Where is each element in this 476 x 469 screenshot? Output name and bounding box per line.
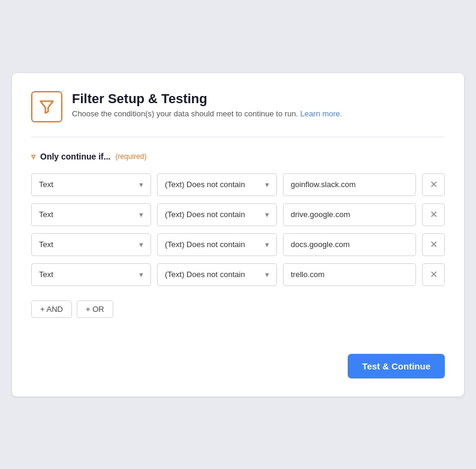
field-dropdown[interactable]: Text ▼ [31,173,151,196]
page-description: Choose the condition(s) your data should… [72,109,342,118]
condition-dropdown[interactable]: (Text) Does not contain ▼ [157,233,277,256]
field-value: Text [32,175,75,194]
required-badge: (required) [115,152,146,161]
condition-value: (Text) Does not contain [158,175,267,194]
header: Filter Setup & Testing Choose the condit… [31,91,445,122]
filter-row: Text ▼ (Text) Does not contain ▼ ✕ [31,203,445,226]
filter-row: Text ▼ (Text) Does not contain ▼ ✕ [31,233,445,256]
value-input[interactable] [283,233,416,256]
value-input[interactable] [283,263,416,286]
value-input[interactable] [283,203,416,226]
filter-setup-card: Filter Setup & Testing Choose the condit… [12,73,464,396]
condition-dropdown[interactable]: (Text) Does not contain ▼ [157,263,277,286]
page-title: Filter Setup & Testing [72,91,342,107]
add-or-button[interactable]: + OR [77,300,113,318]
field-value: Text [32,205,75,224]
section-label: ▿ Only continue if... (required) [31,152,445,161]
field-value: Text [32,265,75,284]
chevron-down-icon: ▼ [138,271,144,278]
chevron-down-icon: ▼ [138,181,144,188]
remove-filter-button[interactable]: ✕ [422,173,445,196]
filter-icon [38,98,55,115]
field-dropdown[interactable]: Text ▼ [31,263,151,286]
divider [31,137,445,137]
filter-row: Text ▼ (Text) Does not contain ▼ ✕ [31,263,445,286]
chevron-down-icon: ▼ [138,211,144,218]
field-dropdown[interactable]: Text ▼ [31,233,151,256]
condition-dropdown[interactable]: (Text) Does not contain ▼ [157,173,277,196]
test-continue-button[interactable]: Test & Continue [348,354,445,378]
condition-value: (Text) Does not contain [158,265,267,284]
filter-small-icon: ▿ [31,152,35,161]
remove-filter-button[interactable]: ✕ [422,263,445,286]
value-input[interactable] [283,173,416,196]
header-text: Filter Setup & Testing Choose the condit… [72,91,342,118]
filter-icon-box [31,91,62,122]
add-and-button[interactable]: + AND [31,300,72,318]
footer: Test & Continue [31,354,445,378]
add-buttons: + AND + OR [31,300,445,318]
field-value: Text [32,235,75,254]
filter-rows: Text ▼ (Text) Does not contain ▼ ✕ Text … [31,173,445,286]
remove-filter-button[interactable]: ✕ [422,233,445,256]
condition-value: (Text) Does not contain [158,235,267,254]
chevron-down-icon: ▼ [138,241,144,248]
learn-more-link[interactable]: Learn more. [300,109,342,118]
condition-dropdown[interactable]: (Text) Does not contain ▼ [157,203,277,226]
remove-filter-button[interactable]: ✕ [422,203,445,226]
field-dropdown[interactable]: Text ▼ [31,203,151,226]
condition-value: (Text) Does not contain [158,205,267,224]
filter-row: Text ▼ (Text) Does not contain ▼ ✕ [31,173,445,196]
